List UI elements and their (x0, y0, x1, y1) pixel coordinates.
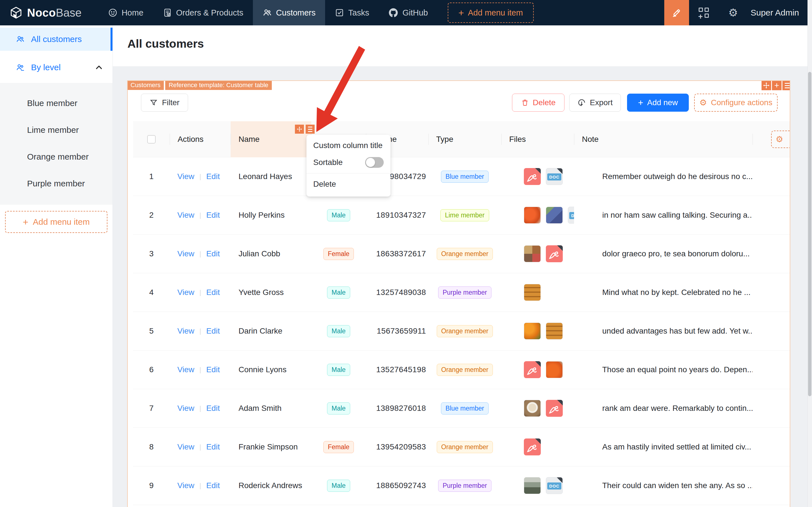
menu-item-delete[interactable]: Delete (306, 176, 391, 192)
row-actions: View|Edit (170, 273, 231, 312)
edit-link[interactable]: Edit (206, 172, 220, 181)
block-menu-icon[interactable] (782, 81, 790, 90)
type-tag: Orange member (437, 325, 493, 337)
view-link[interactable]: View (177, 288, 194, 297)
add-block-icon[interactable]: + (772, 81, 781, 90)
edit-link[interactable]: Edit (206, 481, 220, 490)
delete-button[interactable]: Delete (512, 94, 565, 112)
sidebar-item-orange-member[interactable]: Orange member (0, 143, 113, 170)
view-link[interactable]: View (177, 442, 194, 451)
ui-editor-button[interactable] (664, 0, 689, 25)
edit-link[interactable]: Edit (206, 211, 220, 220)
image-attachment[interactable] (524, 245, 541, 262)
column-header-name[interactable]: Name (231, 121, 311, 157)
type-cell: Orange member (428, 428, 501, 466)
pdf-file-icon[interactable] (524, 439, 541, 455)
note-cell: in nor ham saw calling talking. Securing… (574, 196, 753, 234)
doc-file-icon[interactable]: DOC (546, 168, 563, 185)
nav-item-tasks[interactable]: Tasks (325, 0, 379, 25)
type-cell: Blue member (428, 389, 501, 428)
add-new-button[interactable]: + Add new (627, 94, 689, 112)
column-header-type[interactable]: Type (428, 121, 501, 157)
sidebar-item-lime-member[interactable]: Lime member (0, 116, 113, 143)
view-link[interactable]: View (177, 172, 194, 181)
type-tag: Blue member (441, 171, 488, 183)
column-header-note[interactable]: Note (574, 121, 753, 157)
sidebar-add-menu-item-button[interactable]: + Add menu item (5, 211, 107, 233)
table-header: Actions Name Sex Phone Type Files Note (133, 121, 790, 157)
drag-handle-icon[interactable] (761, 81, 771, 90)
extra-cell (753, 428, 790, 466)
edit-link[interactable]: Edit (206, 442, 220, 451)
vertical-scrollbar-thumb[interactable] (808, 72, 811, 396)
sex-tag: Male (327, 325, 350, 337)
sidebar-item-purple-member[interactable]: Purple member (0, 170, 113, 197)
column-drag-icon[interactable] (295, 125, 304, 134)
filter-button[interactable]: Filter (141, 94, 188, 112)
edit-link[interactable]: Edit (206, 288, 220, 297)
image-attachment[interactable] (524, 400, 541, 417)
column-header-actions[interactable]: Actions (170, 121, 231, 157)
files-cell (501, 273, 574, 312)
edit-link[interactable]: Edit (206, 249, 220, 258)
edit-link[interactable]: Edit (206, 404, 220, 413)
export-label: Export (590, 98, 613, 107)
pdf-file-icon[interactable] (546, 245, 563, 262)
nocobase-logo[interactable]: NocoBase (10, 6, 81, 19)
image-attachment[interactable] (524, 207, 541, 224)
vertical-scrollbar[interactable] (808, 0, 812, 507)
export-button[interactable]: Export (569, 94, 621, 112)
menu-item-sortable[interactable]: Sortable (306, 154, 391, 171)
nav-item-home[interactable]: Home (98, 0, 153, 25)
view-link[interactable]: View (177, 481, 194, 490)
sex-tag: Male (327, 480, 350, 492)
team-icon (16, 35, 25, 44)
nav-item-orders-products[interactable]: Orders & Products (153, 0, 253, 25)
sortable-toggle[interactable] (365, 157, 384, 168)
image-attachment[interactable] (524, 284, 541, 301)
image-attachment[interactable] (546, 323, 563, 339)
row-actions: View|Edit (170, 389, 231, 428)
view-link[interactable]: View (177, 249, 194, 258)
link-separator: | (199, 250, 201, 258)
type-tag: Blue member (441, 402, 488, 414)
view-link[interactable]: View (177, 211, 194, 220)
plugin-manager-button[interactable]: + (689, 0, 718, 25)
view-link[interactable]: View (177, 327, 194, 336)
edit-link[interactable]: Edit (206, 327, 220, 336)
select-all-checkbox[interactable] (147, 135, 156, 144)
image-attachment[interactable] (546, 361, 563, 378)
doc-file-icon[interactable]: DOC (568, 207, 574, 224)
pdf-file-icon[interactable] (524, 361, 541, 378)
view-link[interactable]: View (177, 365, 194, 374)
view-link[interactable]: View (177, 404, 194, 413)
table-row: 4View|EditYvette GrossMale13257489038Pur… (133, 273, 790, 312)
column-header-files[interactable]: Files (501, 121, 574, 157)
pdf-file-icon[interactable] (524, 168, 541, 185)
edit-link[interactable]: Edit (206, 365, 220, 374)
sidebar-item-by-level[interactable]: By level (0, 56, 113, 79)
sidebar-item-blue-member[interactable]: Blue member (0, 90, 113, 116)
nav-item-label: Orders & Products (176, 8, 244, 17)
nav-item-github[interactable]: GitHub (379, 0, 437, 25)
sidebar-item-all-customers[interactable]: All customers (0, 27, 113, 51)
settings-button[interactable]: ⚙ (718, 0, 748, 25)
configure-actions-button[interactable]: ⚙ Configure actions (694, 94, 777, 112)
row-index: 6 (133, 350, 170, 389)
customers-table: Actions Name Sex Phone Type Files Note (133, 121, 790, 505)
name-cell: Connie Lyons (231, 350, 311, 389)
note-cell: unded advantages has but few add. Yet w.… (574, 312, 753, 350)
user-menu[interactable]: Super Admin (751, 8, 799, 17)
image-attachment[interactable] (524, 323, 541, 339)
image-attachment[interactable] (524, 477, 541, 494)
trash-icon (521, 99, 529, 107)
image-attachment[interactable] (546, 207, 563, 224)
menu-item-custom-column-title[interactable]: Custom column title (306, 137, 391, 154)
sortable-label: Sortable (313, 158, 343, 167)
filter-label: Filter (162, 98, 179, 107)
configure-columns-button[interactable]: ⚙ (771, 130, 790, 148)
nav-item-customers[interactable]: Customers (253, 0, 325, 25)
doc-file-icon[interactable]: DOC (546, 477, 563, 494)
nav-add-menu-item-button[interactable]: + Add menu item (448, 3, 534, 23)
pdf-file-icon[interactable] (546, 400, 563, 417)
